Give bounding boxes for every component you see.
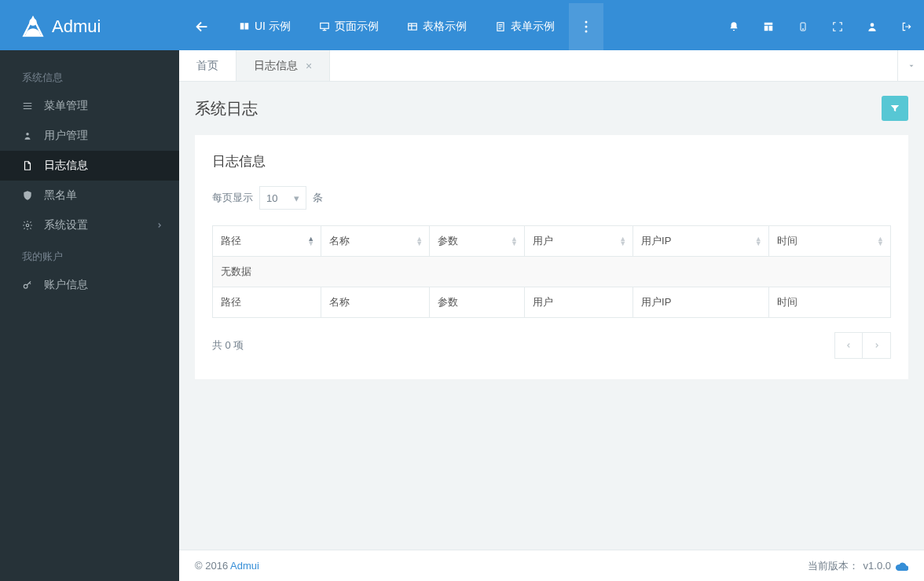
panel-title: 日志信息: [212, 152, 891, 170]
page-prev-button[interactable]: [834, 332, 863, 359]
svg-rect-7: [764, 23, 773, 25]
mobile-button[interactable]: [786, 3, 820, 50]
log-panel: 日志信息 每页显示 10 ▾ 条 路径▲▼ 名称▲▼ 参数▲▼: [195, 135, 908, 379]
svg-point-5: [585, 26, 587, 28]
footer-brand-link[interactable]: Admui: [230, 560, 259, 572]
monitor-icon: [319, 21, 330, 32]
sidebar-group-system: 系统信息: [0, 61, 179, 91]
gear-icon: [22, 220, 33, 231]
fullscreen-button[interactable]: [820, 3, 855, 50]
sidebar-item-settings[interactable]: 系统设置: [0, 210, 179, 240]
nav-item-form-example[interactable]: 表单示例: [481, 3, 569, 50]
svg-rect-9: [769, 26, 773, 31]
footer-version: v1.0.0: [864, 560, 891, 572]
foot-user-ip: 用户IP: [633, 287, 769, 318]
page-next-button[interactable]: [863, 332, 891, 359]
tab-dropdown-button[interactable]: [897, 50, 924, 81]
col-path[interactable]: 路径▲▼: [213, 226, 321, 257]
svg-rect-2: [409, 24, 417, 30]
svg-point-14: [26, 224, 29, 227]
page-length-suffix: 条: [313, 191, 323, 205]
col-time[interactable]: 时间▲▼: [768, 226, 890, 257]
tab-bar: 首页 日志信息 ×: [179, 50, 924, 82]
nav-item-table-example[interactable]: 表格示例: [393, 3, 481, 50]
brand-text: Admui: [52, 16, 101, 37]
tab-log-info[interactable]: 日志信息 ×: [236, 50, 330, 81]
tab-home[interactable]: 首页: [179, 50, 236, 81]
top-nav: UI 示例 页面示例 表格示例 表单示例: [225, 3, 603, 50]
footer-copyright: © 2016 Admui: [195, 560, 259, 572]
foot-time: 时间: [768, 287, 890, 318]
col-params[interactable]: 参数▲▼: [430, 226, 525, 257]
form-icon: [495, 21, 506, 32]
log-table: 路径▲▼ 名称▲▼ 参数▲▼ 用户▲▼ 用户IP▲▼ 时间▲▼ 无数据: [212, 225, 891, 318]
svg-point-4: [585, 21, 587, 24]
footer-version-label: 当前版本：: [808, 559, 859, 573]
footer: © 2016 Admui 当前版本：v1.0.0: [179, 550, 924, 581]
logout-button[interactable]: [889, 3, 924, 50]
col-user-ip[interactable]: 用户IP▲▼: [633, 226, 769, 257]
key-icon: [22, 280, 33, 290]
svg-rect-8: [764, 26, 768, 31]
col-name[interactable]: 名称▲▼: [321, 226, 430, 257]
svg-point-11: [803, 29, 804, 30]
foot-name: 名称: [321, 287, 430, 318]
svg-point-6: [585, 31, 587, 33]
filter-button[interactable]: [882, 96, 908, 121]
table-info: 共 0 项: [212, 338, 244, 353]
logo-icon: [22, 16, 44, 38]
close-icon[interactable]: ×: [306, 60, 312, 72]
page-length-prefix: 每页显示: [212, 191, 253, 205]
back-button[interactable]: [179, 3, 225, 50]
table-icon: [407, 21, 418, 32]
foot-params: 参数: [430, 287, 525, 318]
user-icon: [22, 130, 33, 141]
col-user[interactable]: 用户▲▼: [524, 226, 632, 257]
notifications-button[interactable]: [717, 3, 751, 50]
nav-item-ui-example[interactable]: UI 示例: [225, 3, 305, 50]
brand-logo[interactable]: Admui: [0, 3, 179, 50]
foot-user: 用户: [524, 287, 632, 318]
sidebar: 系统信息 菜单管理 用户管理 日志信息 黑名单 系统设置 我的账户 账户信息: [0, 50, 179, 581]
empty-row: 无数据: [213, 257, 891, 287]
svg-point-12: [871, 23, 874, 27]
shield-icon: [22, 190, 33, 201]
nav-item-page-example[interactable]: 页面示例: [305, 3, 393, 50]
topbar: Admui UI 示例 页面示例 表格示例 表单示例: [0, 3, 924, 50]
sidebar-item-account-info[interactable]: 账户信息: [0, 270, 179, 300]
svg-rect-1: [321, 23, 329, 28]
list-icon: [22, 100, 33, 111]
caret-down-icon: ▾: [294, 192, 299, 204]
book-icon: [239, 21, 250, 32]
file-icon: [22, 160, 33, 171]
sidebar-item-blacklist[interactable]: 黑名单: [0, 181, 179, 210]
svg-point-13: [26, 133, 29, 136]
layout-button[interactable]: [751, 3, 786, 50]
sidebar-item-log-info[interactable]: 日志信息: [0, 151, 179, 181]
user-button[interactable]: [855, 3, 889, 50]
pagination: [834, 332, 891, 359]
nav-more-button[interactable]: [569, 3, 603, 50]
chevron-right-icon: [156, 221, 163, 229]
sidebar-group-account: 我的账户: [0, 240, 179, 270]
svg-point-15: [24, 284, 28, 288]
sidebar-item-user-mgmt[interactable]: 用户管理: [0, 121, 179, 151]
cloud-icon[interactable]: [896, 561, 908, 571]
page-length-select[interactable]: 10 ▾: [259, 186, 306, 210]
foot-path: 路径: [213, 287, 321, 318]
page-title: 系统日志: [195, 98, 258, 119]
sidebar-item-menu-mgmt[interactable]: 菜单管理: [0, 91, 179, 121]
